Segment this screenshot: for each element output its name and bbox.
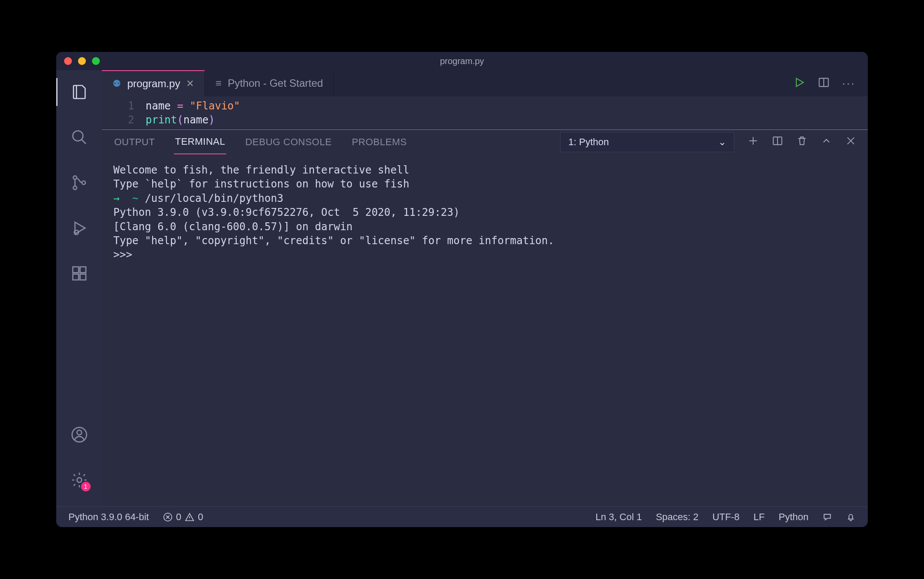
split-terminal-icon[interactable]: [772, 135, 783, 149]
svg-rect-6: [80, 267, 85, 272]
terminal-selector-value: 1: Python: [568, 136, 609, 148]
close-icon[interactable]: ✕: [186, 78, 194, 89]
source-control-icon[interactable]: [65, 169, 93, 197]
panel-tab-terminal[interactable]: TERMINAL: [174, 130, 226, 154]
terminal-content[interactable]: Welcome to fish, the friendly interactiv…: [102, 154, 868, 506]
tab-label: Python - Get Started: [228, 77, 323, 89]
panel-tab-output[interactable]: OUTPUT: [113, 130, 156, 154]
status-eol[interactable]: LF: [754, 511, 765, 523]
document-icon: ≡: [215, 77, 221, 89]
close-panel-icon[interactable]: [845, 135, 856, 149]
settings-icon[interactable]: 1: [65, 466, 93, 494]
svg-point-2: [73, 186, 77, 190]
zoom-window-button[interactable]: [92, 57, 100, 65]
svg-point-0: [73, 131, 83, 141]
feedback-icon[interactable]: [822, 512, 832, 522]
run-icon[interactable]: [793, 76, 805, 90]
status-python-version[interactable]: Python 3.9.0 64-bit: [68, 511, 149, 523]
titlebar: program.py: [56, 52, 868, 70]
status-cursor[interactable]: Ln 3, Col 1: [595, 511, 642, 523]
svg-point-1: [73, 176, 77, 179]
panel-tab-debug-console[interactable]: DEBUG CONSOLE: [245, 130, 333, 154]
bell-icon[interactable]: [846, 512, 856, 522]
close-window-button[interactable]: [64, 57, 72, 65]
window: program.py 1: [56, 52, 868, 527]
status-encoding[interactable]: UTF-8: [712, 511, 739, 523]
svg-point-10: [77, 430, 82, 435]
svg-point-11: [77, 478, 82, 483]
status-spaces[interactable]: Spaces: 2: [656, 511, 699, 523]
chevron-up-icon[interactable]: [821, 135, 832, 149]
trash-icon[interactable]: [796, 135, 808, 149]
tab-program-py[interactable]: ⚉ program.py ✕: [102, 70, 205, 96]
activity-bar: 1: [56, 70, 102, 506]
status-bar: Python 3.9.0 64-bit 0 0 Ln 3, Col 1 Spac…: [56, 506, 868, 527]
svg-point-3: [82, 181, 85, 184]
account-icon[interactable]: [65, 421, 93, 449]
more-icon[interactable]: ···: [842, 77, 856, 90]
window-title: program.py: [440, 56, 484, 66]
panel-tab-problems[interactable]: PROBLEMS: [351, 130, 408, 154]
search-icon[interactable]: [65, 123, 93, 151]
editor-tabs: ⚉ program.py ✕ ≡ Python - Get Started ··…: [102, 70, 868, 96]
minimize-window-button[interactable]: [78, 57, 86, 65]
python-file-icon: ⚉: [112, 78, 121, 89]
svg-rect-5: [73, 267, 78, 272]
status-language[interactable]: Python: [779, 511, 809, 523]
status-problems[interactable]: 0 0: [163, 511, 204, 523]
extensions-icon[interactable]: [65, 259, 93, 287]
split-editor-icon[interactable]: [818, 76, 830, 90]
settings-badge: 1: [81, 482, 91, 491]
tab-label: program.py: [127, 78, 180, 90]
chevron-down-icon: ⌄: [718, 136, 726, 148]
terminal-selector[interactable]: 1: Python ⌄: [560, 132, 734, 152]
code-editor[interactable]: 12 name = "Flavio"print(name): [102, 96, 868, 129]
svg-rect-7: [73, 274, 78, 280]
tab-python-get-started[interactable]: ≡ Python - Get Started: [205, 70, 334, 96]
explorer-icon[interactable]: [65, 78, 93, 106]
panel: OUTPUT TERMINAL DEBUG CONSOLE PROBLEMS 1…: [102, 129, 868, 506]
svg-rect-8: [80, 274, 85, 280]
new-terminal-icon[interactable]: [747, 135, 759, 149]
run-debug-icon[interactable]: [65, 214, 93, 242]
